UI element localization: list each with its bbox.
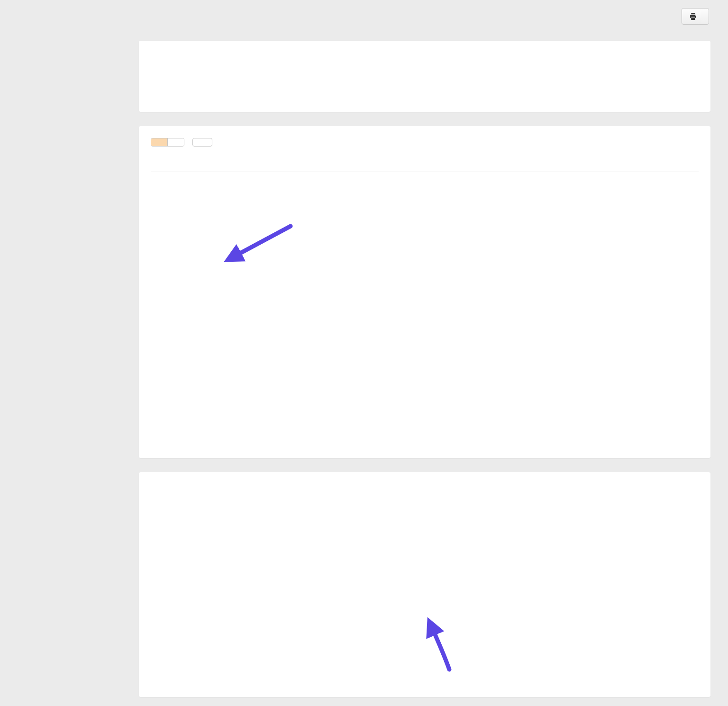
- reports-section-label: [0, 18, 139, 26]
- status-codes-panel: [139, 472, 710, 697]
- print-button[interactable]: [682, 8, 709, 25]
- tab-actual[interactable]: [151, 138, 167, 146]
- table-header: [151, 159, 699, 172]
- importance-dropdown[interactable]: [192, 138, 212, 147]
- filter-row: [151, 138, 699, 147]
- issues-panel: [139, 126, 710, 458]
- page-header: [139, 0, 710, 41]
- sidebar: [0, 0, 139, 26]
- tab-all-issues[interactable]: [167, 138, 184, 146]
- main-content: [139, 0, 710, 697]
- printer-icon: [689, 12, 697, 20]
- donut-chart: [151, 484, 699, 674]
- summary-stats-panel: [139, 41, 710, 112]
- view-toggle: [151, 138, 184, 147]
